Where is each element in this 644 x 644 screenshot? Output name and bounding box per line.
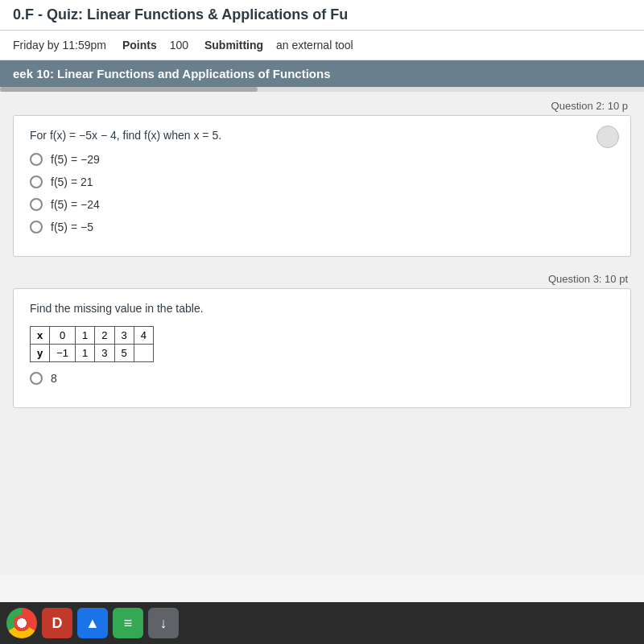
question2-box: For f(x) = −5x − 4, find f(x) when x = 5… — [13, 115, 631, 257]
main-content: Question 2: 10 p For f(x) = −5x − 4, fin… — [0, 92, 644, 575]
radio-2[interactable] — [30, 175, 43, 188]
radio-1[interactable] — [30, 153, 43, 166]
table-cell-y3: 5 — [114, 345, 134, 362]
missing-value-table: x 0 1 2 3 4 y −1 1 3 5 — [30, 326, 614, 362]
radio-q3-1[interactable] — [30, 372, 43, 385]
question3-box: Find the missing value in the table. x 0… — [13, 288, 631, 408]
submitting-field: Submitting an external tool — [204, 39, 353, 52]
radio-3[interactable] — [30, 198, 43, 211]
taskbar-downloads-icon[interactable]: ↓ — [148, 608, 179, 638]
answer-option-3[interactable]: f(5) = −24 — [30, 198, 614, 211]
table-row-y: y −1 1 3 5 — [31, 345, 154, 362]
table-header-y: y — [31, 345, 50, 362]
taskbar-docs-icon[interactable]: D — [42, 608, 72, 638]
answer-option-1[interactable]: f(5) = −29 — [30, 153, 614, 166]
page-title: 0.F - Quiz: Linear Functions & Applicati… — [0, 0, 644, 31]
table-cell-y2: 3 — [95, 345, 114, 362]
taskbar: D ▲ ≡ ↓ — [0, 602, 644, 644]
question3-text: Find the missing value in the table. — [30, 302, 614, 315]
taskbar-sheets-icon[interactable]: ≡ — [113, 608, 143, 638]
question3-answer-option[interactable]: 8 — [30, 372, 614, 385]
answer-option-2[interactable]: f(5) = 21 — [30, 175, 614, 188]
radio-4[interactable] — [30, 221, 43, 233]
due-date: Friday by 11:59pm — [13, 39, 106, 52]
question2-label: Question 2: 10 p — [13, 100, 631, 112]
question2-wrapper: Question 2: 10 p For f(x) = −5x − 4, fin… — [0, 92, 644, 265]
table-cell-y1: 1 — [76, 345, 95, 362]
question3-wrapper: Question 3: 10 pt Find the missing value… — [0, 265, 644, 416]
table-row-x: x 0 1 2 3 4 — [31, 327, 154, 345]
answer-option-4[interactable]: f(5) = −5 — [30, 221, 614, 233]
value-table: x 0 1 2 3 4 y −1 1 3 5 — [30, 326, 154, 362]
question2-circle-btn[interactable] — [597, 126, 619, 148]
table-cell-x4: 4 — [134, 327, 153, 345]
table-cell-x2: 2 — [95, 327, 114, 345]
header-meta-bar: Friday by 11:59pm Points 100 Submitting … — [0, 31, 644, 60]
points-field: Points 100 — [122, 39, 188, 52]
table-cell-x3: 3 — [114, 327, 134, 345]
question3-label: Question 3: 10 pt — [13, 273, 631, 285]
table-cell-y0: −1 — [50, 345, 76, 362]
question2-text: For f(x) = −5x − 4, find f(x) when x = 5… — [30, 129, 614, 142]
table-cell-x1: 1 — [76, 327, 95, 345]
table-header-x: x — [31, 327, 50, 345]
taskbar-chrome-icon[interactable] — [6, 608, 37, 638]
taskbar-drive-icon[interactable]: ▲ — [77, 608, 108, 638]
section-header: eek 10: Linear Functions and Application… — [0, 60, 644, 87]
table-cell-y4 — [134, 345, 153, 362]
table-cell-x0: 0 — [50, 327, 76, 345]
